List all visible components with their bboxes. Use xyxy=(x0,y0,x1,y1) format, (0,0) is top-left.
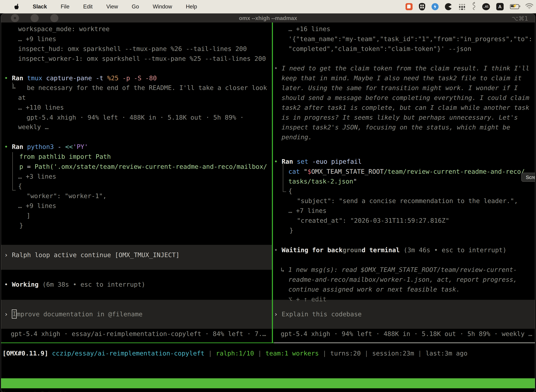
window-titlebar[interactable]: omx --xhigh --madmax ⌥⌘1 xyxy=(1,14,535,23)
terminal-line: "subject": "send a concise recommendatio… xyxy=(297,196,518,206)
terminal-line: task2 after task1 is complete, but can I… xyxy=(282,103,529,112)
terminal-line: readme-and-reco/mailbox/worker-1.json, a… xyxy=(288,275,517,285)
tmux-status-bar: [omx-cczip0:bash* "MacBook-Pro-44.local"… xyxy=(1,378,535,388)
terminal-line: later. Using the same for transition mig… xyxy=(282,83,518,93)
terminal-line: continue assigned work or next feasible … xyxy=(288,285,460,294)
wifi-icon[interactable] xyxy=(526,3,533,10)
terminal-line: gpt-5.4 xhigh · essay/ai-reimplementatio… xyxy=(11,329,266,339)
terminal-line: › Ralph loop active continue [OMX_TMUX_I… xyxy=(4,250,180,260)
tmux-session-label: [omx-cczip0:bash* xyxy=(2,388,67,392)
menu-item-edit[interactable]: Edit xyxy=(83,4,92,10)
terminal-line: pending. xyxy=(282,132,312,142)
verified-seal-icon[interactable] xyxy=(431,3,439,10)
terminal-line: • Ran python3 - <<'PY' xyxy=(4,142,88,152)
apple-menu-icon[interactable] xyxy=(14,4,19,10)
menu-items: Slack File Edit View Go Window Help xyxy=(33,4,197,10)
terminal-line: inspect_worker-1: omx sparkshell --tmux-… xyxy=(18,54,266,64)
right-agent-pane[interactable]: … +16 lines'{"team_name":"my-team","task… xyxy=(273,23,535,342)
terminal-line: inspect_hud: omx sparkshell --tmux-pane … xyxy=(18,44,247,54)
terminal-line: at xyxy=(18,93,26,103)
moon-circle-icon[interactable] xyxy=(445,3,452,10)
terminal-line: } xyxy=(289,225,293,235)
terminal-line: tasks/task-2.json" xyxy=(288,177,357,186)
hook-squiggle-icon[interactable] xyxy=(472,2,476,12)
screenshot-tooltip[interactable]: Scre xyxy=(521,173,535,182)
menu-item-window[interactable]: Window xyxy=(153,4,172,10)
terminal-line: … +16 lines xyxy=(288,24,330,34)
menu-item-view[interactable]: View xyxy=(106,4,118,10)
terminal-line: { xyxy=(18,181,22,191)
terminal-line: inspect task2's JSON, focusing on the st… xyxy=(282,122,510,132)
omx-hud-pane: [OMX#0.11.9] cczip/essay/ai-reimplementa… xyxy=(2,343,534,378)
menu-item-help[interactable]: Help xyxy=(186,4,197,10)
terminal-line: • Waiting for background terminal (3m 46… xyxy=(274,245,507,255)
chat-app-icon[interactable] xyxy=(406,3,412,10)
left-agent-pane[interactable]: workspace_mode: worktree… +9 linesinspec… xyxy=(1,23,272,342)
privacy-shield-icon[interactable] xyxy=(419,3,425,10)
terminal-line: '{"team_name":"my-team","task_id":"1","f… xyxy=(288,34,532,44)
terminal-line: } xyxy=(19,221,23,230)
output-connector-line xyxy=(283,162,286,192)
menu-status-icons: ..61 A ⚡ xyxy=(406,0,533,13)
terminal-line: { xyxy=(288,186,292,196)
terminal-line: ↳ 1 new msg(s): read $OMX_TEAM_STATE_ROO… xyxy=(281,265,517,275)
window-title: omx --xhigh --madmax xyxy=(1,14,535,23)
terminal-line: … +110 lines xyxy=(18,103,64,112)
terminal-line: [OMX#0.11.9] cczip/essay/ai-reimplementa… xyxy=(2,348,467,358)
window-shortcut-hint: ⌥⌘1 xyxy=(512,14,528,23)
terminal-line: › Explain this codebase xyxy=(274,309,362,319)
terminal-line: • I need to get the claim token from the… xyxy=(274,63,529,73)
terminal-window[interactable]: omx --xhigh --madmax ⌥⌘1 workspace_mode:… xyxy=(1,14,535,392)
terminal-line: • Ran set -euo pipefail xyxy=(274,157,362,167)
terminal-line: ⌥ + ↑ edit xyxy=(288,294,326,304)
battery-charging-icon[interactable]: ⚡ xyxy=(510,4,519,9)
terminal-line: ] xyxy=(27,211,30,221)
terminal-line: cat "$OMX_TEAM_STATE_ROOT/team/review-cu… xyxy=(288,167,525,177)
terminal-line: from pathlib import Path xyxy=(19,152,111,162)
terminal-line: └ be necessary for the end of the README… xyxy=(12,83,267,93)
terminal-line: gpt-5.4 xhigh · 94% left · 488K in · 5.1… xyxy=(281,329,532,339)
menu-item-file[interactable]: File xyxy=(61,4,69,10)
terminal-line: keep that in mind. Maybe I also need the… xyxy=(282,73,522,83)
count-badge-icon[interactable]: ..61 xyxy=(482,3,490,10)
terminal-line: workspace_mode: worktree xyxy=(18,24,110,34)
charging-bolt-icon: ⚡ xyxy=(512,4,517,8)
terminal-line: should send a message before completing … xyxy=(282,93,529,103)
menu-item-slack[interactable]: Slack xyxy=(33,4,47,10)
terminal-line: weekly … xyxy=(18,122,48,132)
terminal-line: gpt-5.4 xhigh · 94% left · 488K in · 5.1… xyxy=(27,112,244,122)
terminal-line: … +9 lines xyxy=(18,34,56,44)
terminal-line: "created_at": "2026-03-31T11:59:27.816Z" xyxy=(297,216,449,225)
terminal-line: is in progress? It seems likely but perh… xyxy=(282,112,518,122)
dot-grid-icon[interactable] xyxy=(458,3,465,10)
terminal-line: • Working (6m 38s • esc to interrupt) xyxy=(4,280,145,289)
terminal-line: • Ran tmux capture-pane -t %25 -p -S -80 xyxy=(4,73,157,83)
output-connector-line xyxy=(12,152,16,191)
keyboard-layout-icon[interactable]: A xyxy=(496,3,504,10)
terminal-line: p = Path('.omx/state/team/review-current… xyxy=(19,162,267,172)
terminal-line: › Improve documentation in @filename xyxy=(4,309,143,319)
menu-item-go[interactable]: Go xyxy=(132,4,139,10)
terminal-line: … +7 lines xyxy=(288,206,326,216)
terminal-line: "completed","claim_token":"claim-token"}… xyxy=(288,44,471,54)
terminal-line: … +9 lines xyxy=(18,201,56,211)
menu-bar: Slack File Edit View Go Window Help ..61… xyxy=(0,0,536,13)
terminal-line: "worker": "worker-1", xyxy=(27,191,107,201)
terminal-line: … +3 lines xyxy=(18,172,56,182)
